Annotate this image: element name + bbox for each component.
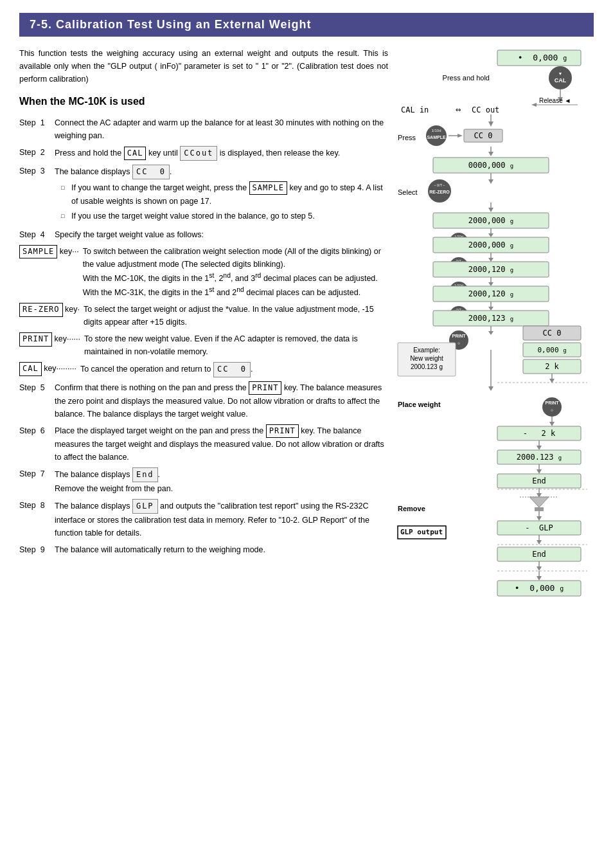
svg-marker-74: [537, 566, 542, 571]
svg-marker-16: [488, 179, 493, 184]
disp-end: End: [532, 476, 546, 485]
disp-neg2k: - 2 k: [523, 429, 556, 438]
svg-marker-13: [488, 152, 493, 156]
svg-marker-23: [488, 233, 493, 237]
step-4-content: Specify the target weight value as follo…: [55, 228, 388, 241]
disp-2k: 2 k: [545, 362, 559, 371]
sample-key-desc: To switch between the calibration weight…: [83, 245, 388, 299]
text-column: This function tests the weighing accurac…: [19, 47, 388, 868]
step-2-label: Step 2: [19, 146, 55, 159]
cc0-inline: CC 0: [474, 131, 493, 140]
cc0-display: CC 0: [132, 165, 170, 179]
print-key-ref2: PRINT: [266, 424, 299, 438]
cal-key-section: CAL key········· To cancel the operation…: [19, 362, 388, 377]
step-3-content: The balance displays CC 0. □ If you want…: [55, 165, 388, 224]
cal-key: CAL: [124, 147, 147, 160]
intro-text: This function tests the weighing accurac…: [19, 47, 388, 86]
step-1-label: Step 1: [19, 116, 55, 129]
rezero-btn-top: →0/T←: [433, 183, 447, 187]
disp-0000000: 0000,000 g: [468, 161, 513, 170]
svg-marker-39: [488, 331, 493, 335]
cal-in-text: CAL in: [401, 105, 429, 114]
step-5-content: Confirm that there is nothing on the pan…: [55, 381, 388, 420]
step-7-content: The balance displays End. Remove the wei…: [55, 467, 388, 495]
glp-display: GLP: [132, 499, 158, 514]
disp-0000-final: • 0,000 g: [515, 583, 564, 593]
cc0-right: CC 0: [543, 329, 562, 338]
arrows-icon: ⇔: [456, 104, 461, 114]
ccout-display: CCout: [180, 146, 217, 161]
rezero-key-box: RE-ZERO key·: [19, 303, 80, 316]
new-weight-label: New weight: [410, 355, 443, 362]
step-2: Step 2 Press and hold the CAL key until …: [19, 146, 388, 161]
new-weight-val: 2000.123 g: [411, 363, 443, 370]
svg-marker-35: [488, 307, 493, 311]
end-display: End: [132, 467, 158, 482]
glp-output-label: GLP output: [400, 528, 443, 536]
step-3-label: Step 3: [19, 165, 55, 177]
sample-btn-label: SAMPLE: [427, 135, 446, 140]
diagram-svg: • 0,000 g Press and hold ▼ CAL CAL in ⇔ …: [395, 47, 594, 868]
step-8-label: Step 8: [19, 499, 55, 512]
disp-glp: - GLP: [525, 523, 553, 532]
disp-end2: End: [532, 550, 546, 559]
step-3-sub2: □ If you use the target weight value sto…: [61, 210, 388, 222]
sample-key-ref: SAMPLE: [249, 181, 287, 195]
print-btn-icon: ⊙: [458, 341, 460, 345]
remove-label: Remove: [398, 505, 425, 512]
subsection-title: When the MC-10K is used: [19, 93, 388, 110]
select-label: Select: [398, 188, 418, 196]
bullet-icon2: □: [61, 212, 69, 222]
step-7-label: Step 7: [19, 467, 55, 480]
cal-key-box2: CAL key·········: [19, 362, 76, 375]
page: 7-5. Calibration Test Using an External …: [0, 0, 613, 868]
press-label: Press: [398, 134, 416, 141]
place-weight-label: Place weight: [398, 401, 441, 408]
cal-btn-top: ▼: [558, 71, 563, 76]
print-key-desc: To store the new weight value. Even if t…: [84, 332, 388, 358]
press-hold-label: Press and hold: [443, 74, 490, 82]
sample-key-box: SAMPLE key···: [19, 245, 79, 258]
example-label: Example:: [413, 347, 440, 354]
disp-2000000: 2000,000 g: [468, 216, 513, 225]
release-label: Release ◄: [539, 97, 571, 104]
cc-out-text: CC out: [472, 105, 499, 114]
print-key-section: PRINT key······ To store the new weight …: [19, 332, 388, 358]
cc0-ref: CC 0: [213, 362, 251, 377]
disp-2000120: 2000,120 g: [468, 265, 513, 274]
step-9-label: Step 9: [19, 543, 55, 556]
step-6: Step 6 Place the displayed target weight…: [19, 424, 388, 464]
step-3-sub1: □ If you want to change the target weigh…: [61, 181, 388, 208]
step-8: Step 8 The balance displays GLP and outp…: [19, 499, 388, 539]
step-7: Step 7 The balance displays End. Remove …: [19, 467, 388, 495]
step-4: Step 4 Specify the target weight value a…: [19, 228, 388, 241]
step-6-label: Step 6: [19, 424, 55, 437]
svg-marker-27: [488, 258, 493, 262]
print-key-ref: PRINT: [249, 381, 281, 395]
svg-rect-64: [535, 507, 544, 511]
print-btn-label: PRINT: [452, 334, 466, 338]
step-9-content: The balance will automatically return to…: [55, 543, 388, 556]
svg-marker-5: [531, 103, 537, 107]
svg-marker-54: [537, 446, 542, 450]
step-5-label: Step 5: [19, 381, 55, 394]
rezero-btn-label: RE-ZERO: [429, 190, 450, 194]
step-2-content: Press and hold the CAL key until CCout i…: [55, 146, 388, 161]
svg-marker-77: [537, 576, 542, 581]
print-key-box: PRINT key······: [19, 332, 80, 346]
cal-key-desc: To cancel the operation and return to CC…: [80, 362, 388, 377]
svg-marker-70: [537, 540, 542, 545]
print-btn2-icon: ⊙: [551, 408, 553, 412]
content-area: This function tests the weighing accurac…: [19, 47, 594, 868]
svg-marker-7: [488, 122, 493, 127]
key-sections: SAMPLE key··· To switch between the cali…: [19, 245, 388, 377]
step-1: Step 1 Connect the AC adapter and warm u…: [19, 116, 388, 142]
step-6-content: Place the displayed target weight on the…: [55, 424, 388, 464]
svg-marker-51: [549, 422, 555, 426]
step-4-label: Step 4: [19, 228, 55, 241]
sample-key-section: SAMPLE key··· To switch between the cali…: [19, 245, 388, 299]
sample-btn-top: 1/10d: [431, 129, 441, 132]
step-5: Step 5 Confirm that there is nothing on …: [19, 381, 388, 420]
disp-2000123b: 2000.123 g: [517, 453, 562, 462]
svg-marker-19: [488, 208, 493, 212]
